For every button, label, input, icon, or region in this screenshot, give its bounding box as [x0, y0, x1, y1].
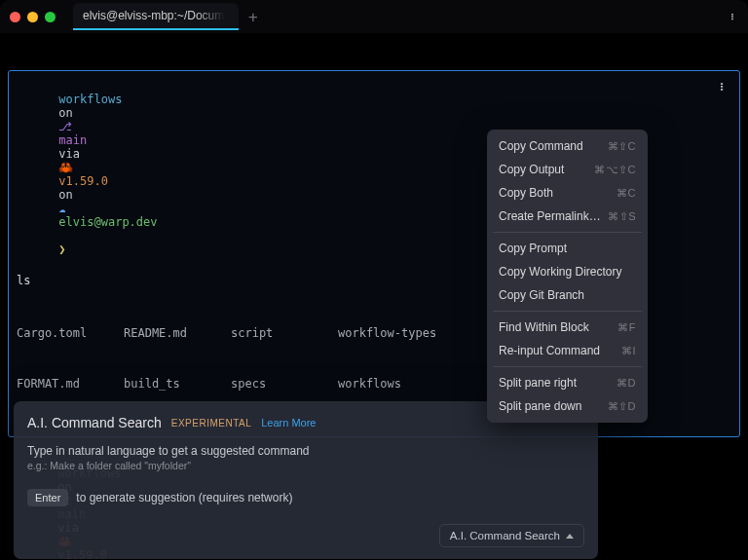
menu-item[interactable]: Copy Command⌘⇧C	[487, 134, 648, 158]
menu-item[interactable]: Split pane down⌘⇧D	[487, 394, 648, 418]
prompt-branch: main	[58, 133, 87, 147]
menu-item-shortcut: ⌘⇧D	[608, 400, 636, 413]
branch-icon: ⎇	[58, 120, 72, 133]
chevron-up-icon	[566, 534, 574, 539]
menu-item-label: Create Permalink…	[499, 209, 601, 223]
tab-title: elvis@elviss-mbp:~/Documents	[83, 9, 225, 22]
menu-item-shortcut: ⌘F	[617, 321, 636, 334]
menu-item[interactable]: Copy Both⌘C	[487, 181, 648, 205]
enter-key-chip: Enter	[27, 489, 68, 506]
prompt-version: v1.59.0	[58, 174, 108, 188]
menu-item[interactable]: Copy Git Branch	[487, 283, 648, 307]
menu-item[interactable]: Copy Prompt	[487, 237, 648, 260]
menu-item-label: Copy Prompt	[499, 242, 567, 255]
menu-item-label: Copy Git Branch	[499, 288, 584, 302]
prompt-arrow-icon: ❯	[58, 243, 65, 256]
ai-panel-title: A.I. Command Search	[27, 415, 162, 430]
menu-item-shortcut: ⌘⌥⇧C	[594, 164, 636, 176]
ai-mode-label: A.I. Command Search	[450, 530, 560, 541]
menu-item[interactable]: Copy Output⌘⌥⇧C	[487, 158, 648, 181]
menu-item[interactable]: Copy Working Directory	[487, 260, 648, 283]
menu-item[interactable]: Create Permalink…⌘⇧S	[487, 205, 648, 228]
menu-item-label: Copy Command	[499, 139, 583, 153]
menu-item-label: Split pane down	[499, 399, 581, 413]
tab[interactable]: elvis@elviss-mbp:~/Documents	[73, 3, 239, 30]
menu-item-label: Copy Both	[499, 186, 553, 200]
menu-item-shortcut: ⌘C	[617, 187, 636, 200]
titlebar: elvis@elviss-mbp:~/Documents + …	[0, 0, 748, 33]
menu-item[interactable]: Split pane right⌘D	[487, 371, 648, 394]
menu-item-label: Re-input Command	[499, 344, 600, 357]
rust-crab-icon: 🦀	[58, 161, 73, 174]
maximize-window-button[interactable]	[45, 12, 56, 22]
menu-item-label: Copy Output	[499, 163, 564, 176]
menu-item-shortcut: ⌘D	[617, 377, 636, 390]
new-tab-button[interactable]: +	[248, 8, 258, 26]
traffic-lights	[10, 12, 56, 22]
ai-panel-subtitle: Type in natural language to get a sugges…	[27, 444, 584, 458]
menu-item[interactable]: Find Within Block⌘F	[487, 316, 648, 339]
ai-enter-hint: to generate suggestion (requires network…	[76, 491, 292, 504]
block-context-menu: Copy Command⌘⇧CCopy Output⌘⌥⇧CCopy Both⌘…	[487, 130, 648, 423]
cloud-icon: ☁	[58, 202, 65, 215]
menu-item[interactable]: Re-input Command⌘I	[487, 339, 648, 362]
block-menu-button[interactable]: …	[718, 83, 733, 91]
ai-panel-example: e.g.: Make a folder called "myfolder"	[27, 460, 584, 471]
window-menu-button[interactable]: …	[728, 13, 741, 19]
prompt-user: elvis@warp.dev	[58, 215, 157, 229]
ai-mode-selector[interactable]: A.I. Command Search	[439, 524, 584, 547]
menu-item-label: Find Within Block	[499, 320, 589, 334]
menu-item-label: Copy Working Directory	[499, 265, 621, 279]
learn-more-link[interactable]: Learn More	[261, 417, 316, 429]
minimize-window-button[interactable]	[27, 12, 38, 22]
menu-item-shortcut: ⌘I	[621, 345, 636, 357]
menu-item-shortcut: ⌘⇧S	[608, 210, 636, 223]
close-window-button[interactable]	[10, 12, 20, 22]
menu-item-shortcut: ⌘⇧C	[608, 140, 636, 153]
ai-command-search-panel: A.I. Command Search EXPERIMENTAL Learn M…	[14, 401, 598, 559]
experimental-badge: EXPERIMENTAL	[171, 418, 252, 429]
prompt-dir: workflows	[58, 93, 122, 106]
menu-item-label: Split pane right	[499, 376, 577, 390]
